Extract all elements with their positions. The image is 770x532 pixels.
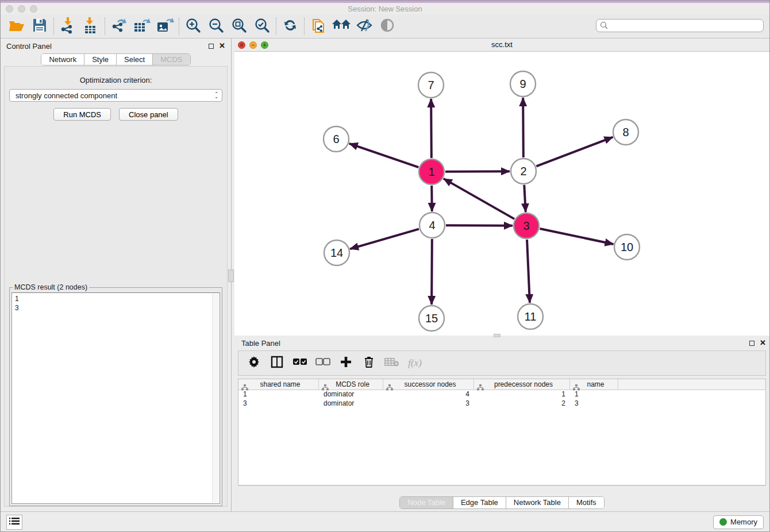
column-header-MCDS-role[interactable]: MCDS role	[319, 379, 383, 390]
network-close-button[interactable]: ×	[238, 41, 245, 49]
search-input[interactable]	[596, 19, 764, 32]
table-cell[interactable]: 2	[474, 399, 570, 408]
table-row[interactable]: 1dominator411	[238, 390, 765, 399]
mcds-panel: Optimization criterion: strongly connect…	[4, 66, 228, 507]
import-table-button[interactable]	[79, 16, 102, 37]
graph-node-3[interactable]: 3	[514, 213, 539, 238]
toggle-view-button[interactable]	[376, 16, 399, 37]
minimize-window-button[interactable]	[18, 5, 25, 13]
graph-edge-4-14[interactable]	[350, 229, 419, 249]
horizontal-splitter-handle[interactable]	[494, 334, 500, 337]
network-maximize-button[interactable]: +	[261, 41, 268, 49]
column-header-name[interactable]: name	[570, 379, 618, 390]
table-cell[interactable]: 1	[238, 390, 319, 399]
graph-node-11[interactable]: 11	[518, 304, 543, 329]
table-cell[interactable]: 1	[570, 390, 618, 399]
memory-button[interactable]: Memory	[713, 515, 764, 529]
table-cell[interactable]: 3	[570, 399, 618, 408]
tab-edge-table[interactable]: Edge Table	[453, 497, 506, 508]
run-mcds-button[interactable]: Run MCDS	[53, 108, 111, 121]
tab-node-table[interactable]: Node Table	[400, 497, 453, 508]
splitter-handle[interactable]	[228, 269, 234, 282]
node-table[interactable]: shared nameMCDS rolesuccessor nodesprede…	[238, 379, 766, 485]
close-panel-button[interactable]: Close panel	[119, 108, 178, 121]
graph-node-9[interactable]: 9	[510, 71, 536, 97]
maximize-window-button[interactable]	[30, 5, 37, 13]
graph-edge-3-11[interactable]	[527, 240, 530, 303]
table-cell[interactable]: dominator	[319, 399, 383, 408]
tab-mcds[interactable]: MCDS	[153, 54, 190, 65]
tab-network-table[interactable]: Network Table	[506, 497, 569, 508]
deselect-all-button[interactable]	[314, 354, 332, 372]
graph-node-10[interactable]: 10	[614, 234, 640, 260]
duplicate-network-button[interactable]	[307, 16, 330, 37]
graph-node-4[interactable]: 4	[419, 213, 445, 238]
float-panel-icon[interactable]	[209, 44, 214, 49]
select-all-button[interactable]	[291, 354, 309, 372]
column-layout-button[interactable]	[268, 354, 286, 372]
zoom-selected-button[interactable]	[251, 16, 274, 37]
graph-edge-2-8[interactable]	[536, 137, 613, 166]
save-session-button[interactable]	[28, 16, 51, 37]
graph-edge-1-7[interactable]	[431, 99, 432, 158]
table-hscrollbar[interactable]	[238, 485, 766, 495]
delete-column-button[interactable]	[360, 354, 378, 372]
graph-edge-4-15[interactable]	[432, 239, 432, 304]
refresh-view-button[interactable]	[279, 16, 302, 37]
result-scrollbar[interactable]	[212, 294, 219, 503]
export-network-button[interactable]	[107, 16, 130, 37]
export-table-button[interactable]	[130, 16, 153, 37]
zoom-fit-button[interactable]	[228, 16, 251, 37]
column-header-predecessor-nodes[interactable]: predecessor nodes	[474, 379, 570, 390]
graph-edge-3-10[interactable]	[540, 229, 613, 244]
tab-style[interactable]: Style	[84, 54, 117, 65]
graph-edge-2-9[interactable]	[523, 98, 523, 157]
table-settings-button[interactable]	[245, 354, 263, 372]
apply-style-button[interactable]	[353, 16, 376, 37]
table-cell[interactable]: 1	[474, 390, 570, 399]
import-network-button[interactable]	[56, 16, 79, 37]
graph-edge-1-6[interactable]	[349, 143, 419, 167]
export-image-button[interactable]	[153, 16, 176, 37]
open-session-button[interactable]	[5, 16, 28, 37]
tab-select[interactable]: Select	[117, 54, 153, 65]
graph-edge-3-1[interactable]	[444, 178, 514, 218]
column-header-shared-name[interactable]: shared name	[238, 379, 319, 390]
graph-node-15[interactable]: 15	[419, 306, 444, 331]
criterion-dropdown[interactable]: strongly connected component ⌃⌄	[9, 89, 222, 102]
graph-node-8[interactable]: 8	[613, 119, 638, 145]
network-graph[interactable]: 7968124314101511	[234, 52, 767, 342]
add-column-button[interactable]	[337, 354, 355, 372]
graph-node-7[interactable]: 7	[418, 72, 444, 98]
zoom-in-button[interactable]	[182, 16, 205, 37]
table-row[interactable]: 3dominator323	[238, 399, 765, 408]
graph-node-6[interactable]: 6	[324, 126, 349, 152]
graph-edge-4-3[interactable]	[446, 225, 513, 226]
graph-node-1[interactable]: 1	[419, 159, 444, 184]
table-cell[interactable]: dominator	[319, 390, 383, 399]
network-view-canvas[interactable]: 7968124314101511	[234, 52, 769, 336]
show-all-networks-button[interactable]	[330, 16, 353, 37]
column-header-successor-nodes[interactable]: successor nodes	[383, 379, 474, 390]
tab-motifs[interactable]: Motifs	[569, 497, 604, 508]
table-cell[interactable]: 3	[383, 399, 474, 408]
table-cell[interactable]: 3	[238, 399, 319, 408]
graph-node-2[interactable]: 2	[511, 159, 536, 184]
close-window-button[interactable]	[6, 5, 13, 13]
network-window-titlebar[interactable]: × − + scc.txt	[234, 38, 769, 52]
function-builder-button[interactable]: f(x)	[406, 354, 424, 372]
mcds-result-textarea[interactable]: 1 3	[11, 292, 220, 504]
task-history-button[interactable]	[6, 515, 22, 530]
memory-label: Memory	[730, 518, 757, 526]
zoom-out-button[interactable]	[205, 16, 228, 37]
delete-table-button[interactable]	[383, 354, 401, 372]
close-panel-icon[interactable]: ✕	[219, 43, 225, 49]
zoom-fit-icon	[231, 17, 247, 36]
table-cell[interactable]: 4	[383, 390, 474, 399]
network-minimize-button[interactable]: −	[249, 41, 257, 49]
graph-edge-1-2[interactable]	[445, 171, 510, 172]
graph-node-14[interactable]: 14	[324, 240, 349, 265]
tab-network[interactable]: Network	[41, 54, 84, 65]
graph-edge-2-3[interactable]	[524, 185, 525, 212]
svg-text:3: 3	[523, 219, 529, 232]
